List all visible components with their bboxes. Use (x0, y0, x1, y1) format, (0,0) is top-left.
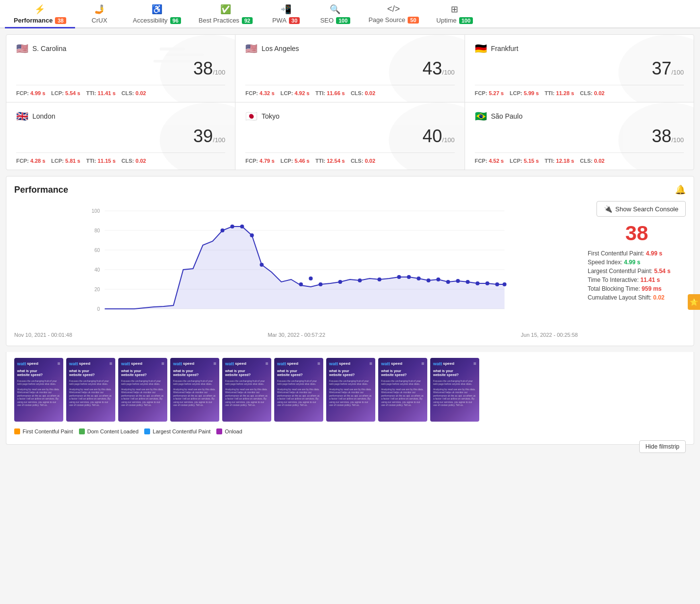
svg-point-8 (618, 102, 694, 170)
filmstrip-thumb[interactable]: wattspeed ≡ what is yourwebsite speed? F… (66, 358, 115, 422)
wattspeed-logo: wattspeed (69, 361, 90, 366)
wattspeed-logo: wattspeed (173, 361, 194, 366)
chart-area: 100 80 60 40 20 0 (14, 201, 578, 338)
tab-crux[interactable]: 🤳 CrUX (75, 0, 124, 28)
best-practices-icon: ✅ (220, 4, 231, 15)
filmstrip-thumb[interactable]: wattspeed ≡ what is yourwebsite speed? F… (222, 358, 271, 422)
svg-point-4 (389, 35, 465, 102)
thumb-menu-icon[interactable]: ≡ (265, 361, 268, 366)
tab-seo[interactable]: 🔍 SEO 100 (311, 0, 360, 28)
show-search-console-button[interactable]: 🔌 Show Search Console (596, 201, 686, 217)
thumb-menu-icon[interactable]: ≡ (473, 361, 476, 366)
thumb-menu-icon[interactable]: ≡ (213, 361, 216, 366)
location-card-sao-paulo: 🇧🇷 São Paulo 38 /100 FCP: 4.52 s LCP: 5.… (465, 102, 694, 170)
svg-point-23 (231, 225, 234, 228)
chart-metrics: 🔌 Show Search Console 38 First Contentfu… (588, 201, 686, 338)
frankfurt-flag: 🇩🇪 (475, 43, 487, 54)
tab-best-practices[interactable]: ✅ Best Practices 92 (190, 0, 261, 28)
console-icon: 🔌 (604, 205, 612, 213)
fcp-detail: First Contentful Paint: 4.99 s (588, 250, 686, 257)
thumb-menu-icon[interactable]: ≡ (161, 361, 164, 366)
legend-lcp: Largest Contentful Paint (144, 428, 210, 434)
tab-pwa[interactable]: 📲 PWA 30 (261, 0, 311, 28)
filmstrip-thumb[interactable]: wattspeed ≡ what is yourwebsite speed? F… (118, 358, 167, 422)
tab-crux-label: CrUX (92, 17, 107, 24)
svg-point-44 (503, 282, 507, 286)
fcp-dot (14, 428, 20, 434)
filmstrip-thumb[interactable]: wattspeed ≡ what is yourwebsite speed? F… (326, 358, 375, 422)
filmstrip-row: wattspeed ≡ what is yourwebsite speed? F… (14, 352, 686, 425)
filmstrip-thumb[interactable]: wattspeed ≡ what is yourwebsite speed? F… (170, 358, 219, 422)
svg-rect-1 (159, 48, 184, 50)
svg-point-27 (299, 282, 303, 286)
tbt-detail: Total Blocking Time: 959 ms (588, 285, 686, 292)
svg-rect-2 (166, 53, 204, 56)
x-label-3: Jun 15, 2022 - 00:25:58 (521, 332, 578, 338)
dcl-dot (79, 428, 85, 434)
star-badge[interactable]: ⭐ (688, 294, 700, 310)
svg-point-26 (260, 263, 264, 267)
performance-badge: 38 (55, 17, 66, 24)
tab-accessibility[interactable]: ♿ Accessibility 96 (124, 0, 190, 28)
svg-point-42 (486, 281, 490, 285)
uptime-badge: 100 (459, 17, 473, 24)
wattspeed-logo: wattspeed (329, 361, 350, 366)
thumb-menu-icon[interactable]: ≡ (421, 361, 424, 366)
frankfurt-name: Frankfurt (491, 45, 519, 52)
seo-icon: 🔍 (330, 4, 340, 15)
thumb-menu-icon[interactable]: ≡ (57, 361, 60, 366)
performance-icon: ⚡ (34, 4, 45, 15)
crux-icon: 🤳 (94, 4, 105, 15)
svg-point-7 (389, 102, 465, 170)
thumb-menu-icon[interactable]: ≡ (369, 361, 372, 366)
bell-icon[interactable]: 🔔 (675, 184, 686, 195)
legend-onload: Onload (216, 428, 242, 434)
filmstrip-thumb[interactable]: wattspeed ≡ what is yourwebsite speed? F… (378, 358, 427, 422)
thumb-menu-icon[interactable]: ≡ (109, 361, 112, 366)
svg-point-37 (437, 277, 441, 281)
filmstrip-thumb[interactable]: wattspeed ≡ what is yourwebsite speed? F… (274, 358, 323, 422)
svg-text:40: 40 (94, 267, 100, 273)
svg-point-36 (427, 278, 431, 282)
svg-point-32 (378, 277, 382, 281)
show-console-label: Show Search Console (615, 205, 678, 213)
svg-point-0 (159, 35, 235, 102)
svg-text:20: 20 (94, 287, 100, 292)
wattspeed-logo: wattspeed (225, 361, 246, 366)
location-card-london: 🇬🇧 London 39 /100 FCP: 4.28 s LCP: 5.81 … (6, 102, 235, 170)
svg-point-35 (417, 277, 421, 280)
thumb-menu-icon[interactable]: ≡ (317, 361, 320, 366)
legend-fcp: First Contentful Paint (14, 428, 73, 434)
svg-point-6 (159, 102, 235, 170)
los-angeles-name: Los Angeles (261, 45, 299, 52)
x-label-2: Mar 30, 2022 - 00:57:22 (268, 332, 325, 338)
svg-point-39 (456, 279, 460, 283)
svg-point-22 (221, 228, 225, 232)
tab-uptime[interactable]: ⊞ Uptime 100 (428, 0, 482, 28)
svg-point-40 (466, 280, 470, 284)
chart-x-labels: Nov 10, 2021 - 00:01:48 Mar 30, 2022 - 0… (14, 332, 578, 338)
tab-page-source[interactable]: </> Page Source 50 (360, 0, 427, 28)
svg-text:100: 100 (92, 208, 100, 214)
page-source-badge: 50 (408, 17, 418, 24)
london-flag: 🇬🇧 (16, 110, 28, 122)
onload-legend-label: Onload (225, 428, 242, 434)
location-card-s-carolina: 🇺🇸 S. Carolina 38 /100 FCP: 4.99 s LCP: … (6, 35, 235, 102)
lcp-dot (144, 428, 150, 434)
hide-filmstrip-button[interactable]: Hide filmstrip (639, 440, 686, 453)
wattspeed-logo: wattspeed (381, 361, 402, 366)
uptime-icon: ⊞ (451, 4, 458, 15)
filmstrip-thumb[interactable]: wattspeed ≡ what is yourwebsite speed? F… (430, 358, 479, 422)
svg-point-34 (407, 275, 411, 279)
svg-text:0: 0 (97, 306, 100, 312)
tab-performance[interactable]: ⚡ Performance 38 (5, 0, 75, 28)
svg-point-38 (446, 280, 450, 284)
filmstrip-thumb[interactable]: wattspeed ≡ what is yourwebsite speed? F… (14, 358, 63, 422)
legend-row: First Contentful Paint Dom Content Loade… (14, 425, 686, 434)
tab-best-practices-label: Best Practices (199, 17, 239, 24)
svg-point-31 (358, 278, 362, 282)
fcp-legend-label: First Contentful Paint (23, 428, 73, 434)
location-card-tokyo: 🇯🇵 Tokyo 40 /100 FCP: 4.79 s LCP: 5.46 s… (235, 102, 464, 170)
tab-pwa-label: PWA (272, 17, 286, 24)
svg-text:60: 60 (94, 248, 100, 253)
